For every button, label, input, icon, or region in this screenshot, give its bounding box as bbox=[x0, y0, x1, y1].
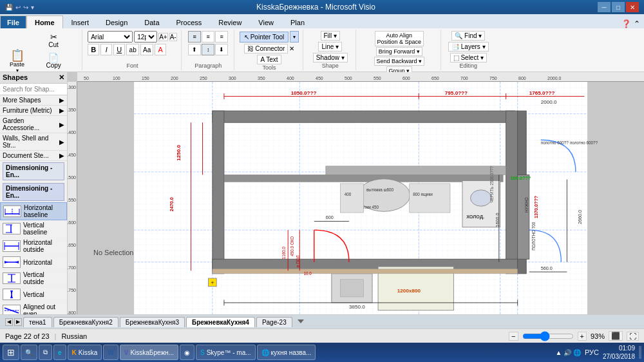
floor-plan-svg[interactable]: вытяжка ш600 400 800 ящики пми 450 ХОЛОД… bbox=[77, 82, 644, 314]
line-button[interactable]: Line ▾ bbox=[318, 42, 342, 52]
send-backward-button[interactable]: Send Backward ▾ bbox=[374, 57, 425, 66]
expand-icon[interactable]: ⌃ bbox=[634, 19, 640, 28]
font-size-select[interactable]: 12pt bbox=[134, 31, 157, 43]
bring-forward-button[interactable]: Bring Forward ▾ bbox=[376, 47, 422, 56]
align-left-button[interactable]: ≡ bbox=[188, 31, 201, 43]
tray-icons: ▲ 🔊 🌐 bbox=[555, 349, 580, 356]
quick-access-extra[interactable]: ▾ bbox=[31, 4, 34, 11]
tab-plan[interactable]: Plan bbox=[282, 15, 313, 28]
tab-file[interactable]: File bbox=[0, 15, 26, 28]
svg-text:1370.0???: 1370.0??? bbox=[533, 196, 539, 218]
show-desktop-button[interactable] bbox=[639, 346, 641, 359]
dim-item-aligned-out-even[interactable]: Aligned out even bbox=[0, 302, 67, 314]
dim-item-vertical-outside[interactable]: Vertical outside bbox=[0, 270, 67, 287]
browser-button[interactable]: 🌐 кухня назва... bbox=[257, 345, 316, 360]
connector-button[interactable]: ⛓ Connector bbox=[244, 44, 289, 53]
minimize-button[interactable]: ─ bbox=[598, 2, 611, 12]
zoom-out-button[interactable]: − bbox=[509, 332, 518, 341]
sidebar-item-garden[interactable]: Garden Accessorie... ▶ bbox=[0, 116, 67, 133]
close-button[interactable]: ✕ bbox=[626, 2, 639, 12]
quick-access-undo[interactable]: ↩ bbox=[15, 4, 21, 11]
skype-button[interactable]: S Skype™ - ma... bbox=[196, 345, 256, 360]
canvas-area[interactable]: 50 100 150 200 250 300 350 400 450 500 5… bbox=[68, 72, 644, 314]
page-tab-1[interactable]: тена1 bbox=[23, 317, 52, 327]
layers-button[interactable]: 📑 Layers ▾ bbox=[448, 42, 489, 52]
tab-data[interactable]: Data bbox=[136, 15, 167, 28]
case-button[interactable]: Aa bbox=[140, 44, 153, 55]
fill-button[interactable]: Fill ▾ bbox=[321, 31, 341, 41]
align-middle-button[interactable]: ↕ bbox=[202, 44, 214, 55]
underline-button[interactable]: U bbox=[113, 44, 125, 55]
tab-scroll-right[interactable]: ▶ bbox=[14, 318, 22, 326]
page-tab-4[interactable]: БрежневкаКухня4 bbox=[186, 317, 255, 327]
pointer-dropdown[interactable]: ▾ bbox=[290, 31, 299, 43]
align-top-button[interactable]: ⬆ bbox=[188, 44, 201, 55]
tab-scroll-arrows: ◀ ▶ bbox=[5, 318, 22, 326]
task-view-button[interactable]: ⧉ bbox=[39, 345, 52, 360]
tab-process[interactable]: Process bbox=[168, 15, 211, 28]
align-bottom-button[interactable]: ⬇ bbox=[215, 44, 228, 55]
search-input[interactable] bbox=[3, 86, 68, 93]
quick-access-redo[interactable]: ↪ bbox=[23, 4, 28, 11]
connector-close[interactable]: ✕ bbox=[289, 45, 294, 52]
ribbon-group-arrange: Auto AlignPosition & Space Bring Forward… bbox=[357, 30, 441, 70]
dim-item-horizontal-baseline[interactable]: Horizontal baseline bbox=[0, 202, 67, 220]
fit-button[interactable]: ⬛ bbox=[609, 331, 623, 341]
search-button[interactable]: 🔍 bbox=[21, 345, 37, 360]
sidebar-close[interactable]: ✕ bbox=[59, 73, 64, 82]
sidebar-item-furniture[interactable]: Furniture (Metric) ▶ bbox=[0, 106, 67, 116]
page-tab-23[interactable]: Page-23 bbox=[256, 317, 292, 327]
sidebar-search-area[interactable]: 🔍 bbox=[0, 84, 67, 95]
font-color-button[interactable]: A bbox=[155, 44, 166, 55]
kisska-button[interactable]: K Kisska bbox=[68, 345, 102, 360]
sidebar-item-document[interactable]: Document Ste... ▶ bbox=[0, 151, 67, 161]
font-family-select[interactable]: Arial bbox=[88, 31, 133, 43]
start-button[interactable]: ⊞ bbox=[3, 345, 19, 360]
browser-icon: 🌐 bbox=[261, 349, 269, 356]
quick-access-save[interactable]: 💾 bbox=[5, 4, 13, 11]
sidebar-dim-section[interactable]: Dimensioning - En... bbox=[3, 162, 64, 180]
maximize-button[interactable]: □ bbox=[612, 2, 625, 12]
chrome-button[interactable]: ◉ bbox=[180, 345, 194, 360]
zoom-slider[interactable] bbox=[522, 332, 574, 340]
tab-insert[interactable]: Insert bbox=[63, 15, 98, 28]
italic-button[interactable]: I bbox=[100, 44, 112, 55]
tab-scroll-left[interactable]: ◀ bbox=[5, 318, 13, 326]
bold-button[interactable]: B bbox=[88, 44, 99, 55]
sidebar-item-more-shapes[interactable]: More Shapes ▶ bbox=[0, 95, 67, 106]
align-center-button[interactable]: ≡ bbox=[202, 31, 214, 43]
dim-item-vertical[interactable]: Vertical bbox=[0, 287, 67, 302]
visio-button[interactable]: V KisskaБрежн... bbox=[120, 345, 178, 360]
cut-button[interactable]: ✂ Cut bbox=[29, 31, 78, 50]
tab-view[interactable]: View bbox=[250, 15, 282, 28]
svg-text:600: 600 bbox=[326, 214, 334, 220]
tab-review[interactable]: Review bbox=[210, 15, 250, 28]
decrease-font-button[interactable]: A- bbox=[169, 33, 177, 41]
increase-font-button[interactable]: A+ bbox=[158, 33, 168, 41]
chrome-icon: ◉ bbox=[184, 349, 190, 356]
strikethrough-button[interactable]: ab bbox=[126, 44, 139, 55]
fullscreen-button[interactable]: ⛶ bbox=[627, 332, 639, 341]
shadow-button[interactable]: Shadow ▾ bbox=[313, 53, 348, 62]
help-icon[interactable]: ❓ bbox=[621, 19, 631, 28]
sidebar-item-walls[interactable]: Walls, Shell and Str... ▶ bbox=[0, 133, 67, 151]
page-tab-2[interactable]: БрежневкаКухня2 bbox=[53, 317, 118, 327]
copy-button[interactable]: 📄 Copy bbox=[29, 52, 78, 71]
select-button[interactable]: ⬚ Select ▾ bbox=[450, 53, 487, 62]
sidebar-dim-subsection[interactable]: Dimensioning - En... bbox=[3, 183, 64, 201]
page-tab-3[interactable]: БрежневкаКухня3 bbox=[120, 317, 185, 327]
tab-home[interactable]: Home bbox=[26, 15, 63, 28]
word-button[interactable]: W bbox=[103, 345, 118, 360]
text-button[interactable]: A Text bbox=[257, 55, 281, 64]
edge-button[interactable]: e bbox=[53, 345, 66, 360]
dim-subsection-label: Dimensioning - En... bbox=[6, 185, 52, 199]
zoom-in-button[interactable]: + bbox=[578, 332, 587, 341]
pointer-tool-button[interactable]: ↖ Pointer Tool bbox=[240, 32, 289, 43]
tab-design[interactable]: Design bbox=[97, 15, 136, 28]
auto-align-button[interactable]: Auto AlignPosition & Space bbox=[375, 31, 424, 46]
dim-item-vertical-baseline[interactable]: Vertical baseline bbox=[0, 220, 67, 238]
find-button[interactable]: 🔍 Find ▾ bbox=[451, 31, 485, 41]
dim-item-horizontal-outside[interactable]: Horizontal outside bbox=[0, 238, 67, 255]
dim-item-horizontal[interactable]: Horizontal bbox=[0, 255, 67, 270]
align-right-button[interactable]: ≡ bbox=[215, 31, 228, 43]
